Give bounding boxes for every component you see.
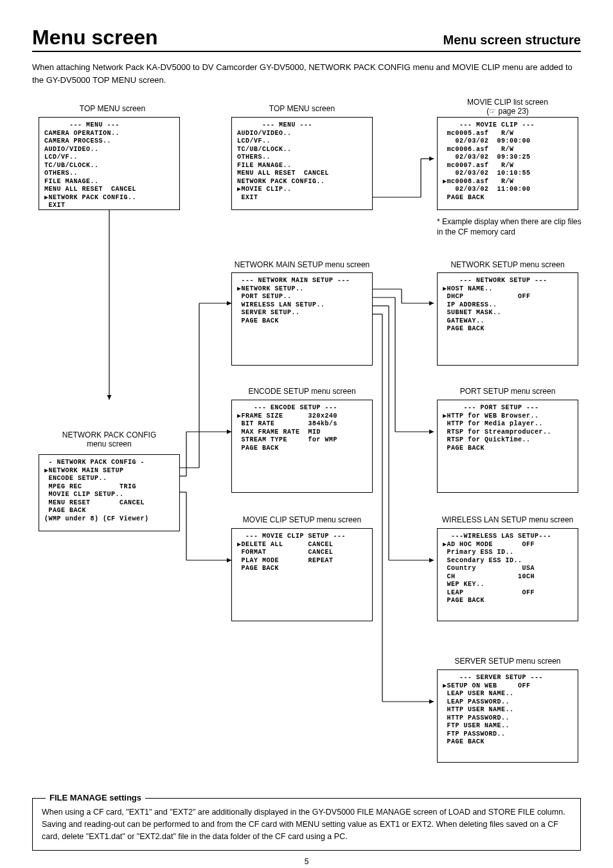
file-manage-settings-title: FILE MANAGE settings xyxy=(46,793,145,802)
page-title: Menu screen xyxy=(32,26,158,49)
label-network-main-setup: NETWORK MAIN SETUP menu screen xyxy=(231,260,373,269)
file-manage-settings-box: FILE MANAGE settings When using a CF car… xyxy=(32,798,581,851)
label-movie-clip-setup: MOVIE CLIP SETUP menu screen xyxy=(225,515,379,524)
box-movie-clip-list: --- MOVIE CLIP --- mc0005.asf R/W 02/03/… xyxy=(437,117,578,210)
box-wireless-lan-setup: ---WIRELESS LAS SETUP--- ▶AD HOC MODE OF… xyxy=(437,528,578,621)
label-top-menu-1: TOP MENU screen xyxy=(71,104,154,113)
label-npc-line-1: NETWORK PACK CONFIG xyxy=(62,430,156,439)
page-number: 5 xyxy=(32,857,581,866)
header-bar: Menu screen Menu screen structure xyxy=(32,26,581,52)
file-manage-settings-body: When using a CF card, "EXT1" and "EXT2" … xyxy=(42,806,571,842)
label-server-setup: SERVER SETUP menu screen xyxy=(437,657,578,666)
box-movie-clip-setup: --- MOVIE CLIP SETUP --- ▶DELETE ALL CAN… xyxy=(231,528,373,621)
box-port-setup: --- PORT SETUP --- ▶HTTP for WEB Browser… xyxy=(437,400,578,493)
box-top-menu-2: --- MENU --- AUDIO/VIDEO.. LCD/VF.. TC/U… xyxy=(231,117,373,210)
label-network-pack-config: NETWORK PACK CONFIG menu screen xyxy=(45,430,173,448)
menu-structure-diagram: TOP MENU screen TOP MENU screen MOVIE CL… xyxy=(32,98,585,792)
box-encode-setup: --- ENCODE SETUP --- ▶FRAME SIZE 320x240… xyxy=(231,400,373,493)
box-top-menu-1: --- MENU --- CAMERA OPERATION.. CAMERA P… xyxy=(39,117,180,210)
intro-text: When attaching Network Pack KA-DV5000 to… xyxy=(32,61,581,86)
label-wireless-lan-setup: WIRELESS LAN SETUP menu screen xyxy=(427,515,588,524)
box-network-pack-config: - NETWORK PACK CONFIG - ▶NETWORK MAIN SE… xyxy=(39,454,180,531)
label-movie-clip-list-ref: (☞ page 23) xyxy=(486,107,529,116)
page-subtitle: Menu screen structure xyxy=(443,33,581,48)
label-top-menu-2: TOP MENU screen xyxy=(260,104,344,113)
box-server-setup: --- SERVER SETUP --- ▶SETUP ON WEB OFF L… xyxy=(437,669,578,763)
movie-clip-note: * Example display when there are clip fi… xyxy=(437,217,585,237)
label-encode-setup: ENCODE SETUP menu screen xyxy=(231,387,373,396)
label-port-setup: PORT SETUP menu screen xyxy=(437,387,578,396)
box-network-setup: --- NETWORK SETUP --- ▶HOST NAME.. DHCP … xyxy=(437,272,578,366)
label-npc-line-2: menu screen xyxy=(87,439,131,448)
label-network-setup: NETWORK SETUP menu screen xyxy=(437,260,578,269)
box-network-main-setup: --- NETWORK MAIN SETUP --- ▶NETWORK SETU… xyxy=(231,272,373,366)
label-movie-clip-list-text: MOVIE CLIP list screen xyxy=(467,98,548,107)
label-movie-clip-list: MOVIE CLIP list screen (☞ page 23) xyxy=(443,98,572,116)
